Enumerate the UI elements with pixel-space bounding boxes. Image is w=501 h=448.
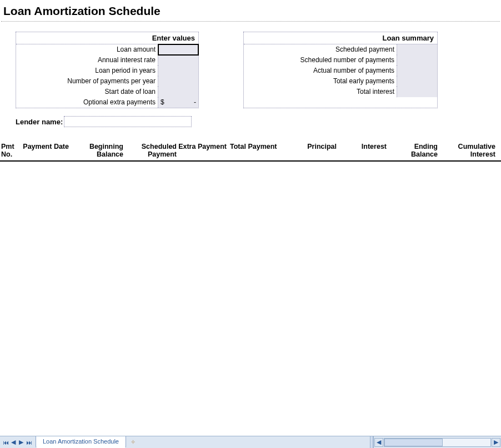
currency-symbol: $ xyxy=(161,97,164,108)
scroll-track[interactable] xyxy=(384,438,491,447)
label-actual-num-payments: Actual number of payments xyxy=(244,66,397,76)
value-total-early-payments xyxy=(397,76,437,87)
col-interest: Interest xyxy=(337,143,387,158)
value-total-interest xyxy=(397,87,437,97)
tab-next-icon[interactable]: ▶ xyxy=(18,439,24,446)
tab-nav: ⏮ ◀ ▶ ⏭ xyxy=(0,436,34,448)
tab-spacer xyxy=(139,436,370,448)
scroll-right-icon[interactable]: ▶ xyxy=(492,438,500,447)
tab-prev-icon[interactable]: ◀ xyxy=(10,439,17,446)
row-start-date: Start date of loan xyxy=(16,87,198,97)
value-actual-num-payments xyxy=(397,66,437,76)
col-total-payment: Total Payment xyxy=(227,143,284,158)
enter-values-header: Enter values xyxy=(16,32,198,44)
label-scheduled-payment: Scheduled payment xyxy=(244,44,397,55)
label-extra-payments: Optional extra payments xyxy=(16,97,158,108)
label-total-interest: Total interest xyxy=(244,87,397,97)
col-payment-date: Payment Date xyxy=(19,143,69,158)
row-actual-num-payments: Actual number of payments xyxy=(244,66,437,76)
label-payments-per-year: Number of payments per year xyxy=(16,76,158,87)
enter-values-panel: Enter values Loan amount Annual interest… xyxy=(16,32,199,108)
row-extra-payments: Optional extra payments $ - xyxy=(16,97,198,108)
tab-first-icon[interactable]: ⏮ xyxy=(2,439,9,446)
input-payments-per-year[interactable] xyxy=(158,76,198,87)
row-total-early-payments: Total early payments xyxy=(244,76,437,87)
row-payments-per-year: Number of payments per year xyxy=(16,76,198,87)
page-title: Loan Amortization Schedule xyxy=(1,0,500,22)
loan-summary-panel: Loan summary Scheduled payment Scheduled… xyxy=(243,32,438,108)
label-start-date: Start date of loan xyxy=(16,87,158,97)
value-scheduled-num-payments xyxy=(397,55,437,66)
col-ending-balance: Ending Balance xyxy=(387,143,438,158)
label-scheduled-num-payments: Scheduled number of payments xyxy=(244,55,397,66)
col-beginning-balance: Beginning Balance xyxy=(69,143,123,158)
sheet-tab-active[interactable]: Loan Amortization Schedule xyxy=(36,436,126,448)
new-sheet-icon[interactable]: ✧ xyxy=(127,436,139,448)
loan-summary-header: Loan summary xyxy=(244,32,437,44)
row-total-interest: Total interest xyxy=(244,87,437,97)
lender-row: Lender name: xyxy=(16,116,501,127)
schedule-header: Pmt No. Payment Date Beginning Balance S… xyxy=(0,143,501,162)
label-loan-period: Loan period in years xyxy=(16,66,158,76)
lender-input[interactable] xyxy=(64,116,192,127)
row-scheduled-payment: Scheduled payment xyxy=(244,44,437,55)
col-principal: Principal xyxy=(284,143,337,158)
input-loan-period[interactable] xyxy=(158,66,198,76)
tab-last-icon[interactable]: ⏭ xyxy=(26,439,32,446)
input-start-date[interactable] xyxy=(158,87,198,97)
col-pmt-no: Pmt No. xyxy=(1,143,19,158)
label-total-early-payments: Total early payments xyxy=(244,76,397,87)
sheet-tabbar: ⏮ ◀ ▶ ⏭ Loan Amortization Schedule ✧ ◀ ▶ xyxy=(0,436,501,448)
input-panels: Enter values Loan amount Annual interest… xyxy=(0,22,501,108)
col-cumulative-interest: Cumulative Interest xyxy=(438,143,495,158)
row-loan-period: Loan period in years xyxy=(16,66,198,76)
row-loan-amount: Loan amount xyxy=(16,44,198,55)
scroll-left-icon[interactable]: ◀ xyxy=(374,438,383,447)
extra-value: - xyxy=(194,97,196,108)
label-loan-amount: Loan amount xyxy=(16,44,158,55)
input-extra-payments[interactable]: $ - xyxy=(158,97,198,108)
horizontal-scrollbar[interactable]: ◀ ▶ xyxy=(373,436,501,448)
col-scheduled-payment: Scheduled Payment xyxy=(123,143,177,158)
col-extra-payment: Extra Payment xyxy=(177,143,227,158)
value-scheduled-payment xyxy=(397,44,437,55)
row-scheduled-num-payments: Scheduled number of payments xyxy=(244,55,437,66)
input-annual-interest-rate[interactable] xyxy=(158,55,198,66)
lender-label: Lender name: xyxy=(16,118,64,126)
label-annual-interest-rate: Annual interest rate xyxy=(16,55,158,66)
scroll-thumb[interactable] xyxy=(384,439,443,446)
input-loan-amount[interactable] xyxy=(158,44,198,55)
row-annual-interest-rate: Annual interest rate xyxy=(16,55,198,66)
